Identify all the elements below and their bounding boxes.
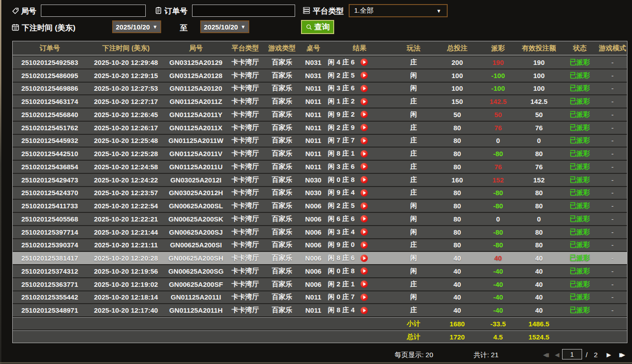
- table-row[interactable]: 2510201254055682025-10-20 12:22:21GN0062…: [13, 213, 627, 225]
- play-icon[interactable]: [360, 228, 368, 236]
- result-text: 闲 0 庄 7: [328, 293, 358, 301]
- cell-platform-type: 卡卡湾厅: [227, 149, 264, 158]
- cell-order-number: 251020125469886: [13, 84, 87, 92]
- table-row[interactable]: 2510201254860952025-10-20 12:29:15GN0312…: [13, 69, 627, 82]
- cell-game-type: 百家乐: [264, 110, 300, 119]
- table-row[interactable]: 2510201254568402025-10-20 12:26:45GN0112…: [13, 108, 627, 121]
- cell-table-number: N030: [300, 176, 326, 184]
- cell-order-number: 251020125492583: [13, 59, 87, 66]
- date-to-select[interactable]: 2025/10/20 ▼: [200, 20, 249, 33]
- cell-status: 已派彩: [562, 149, 598, 158]
- server-icon: [302, 6, 311, 15]
- table-row[interactable]: 2510201254459322025-10-20 12:25:48GN0112…: [13, 135, 627, 147]
- play-icon[interactable]: [360, 215, 368, 222]
- cell-game-mode: -: [598, 111, 627, 118]
- play-icon[interactable]: [360, 255, 368, 262]
- grand-total-total-bet: 1720: [434, 333, 480, 341]
- left-edge-decoration: [0, 0, 1, 364]
- cell-total-bet: 40: [434, 280, 480, 288]
- table-row[interactable]: 2510201254117332025-10-20 12:22:54GN0062…: [13, 200, 627, 212]
- play-icon[interactable]: [360, 294, 368, 301]
- result-text: 闲 9 庄 4: [328, 188, 358, 197]
- order-number-input[interactable]: [192, 5, 295, 17]
- cell-game-type: 百家乐: [264, 254, 300, 262]
- cell-table-number: N006: [300, 280, 326, 288]
- cell-platform-type: 卡卡湾厅: [227, 84, 264, 93]
- column-header-2: 局号: [165, 44, 227, 53]
- table-row[interactable]: 2510201254698862025-10-20 12:27:53GN0112…: [13, 83, 627, 95]
- table-row[interactable]: 2510201253743122025-10-20 12:19:56GN0062…: [13, 265, 627, 277]
- table-row[interactable]: 2510201254925832025-10-20 12:29:48GN0312…: [13, 56, 627, 69]
- play-icon[interactable]: [360, 163, 368, 170]
- platform-type-select[interactable]: 1.全部 ▼: [349, 4, 448, 17]
- query-button[interactable]: 查询: [301, 20, 334, 34]
- play-icon[interactable]: [360, 241, 368, 249]
- play-icon[interactable]: [360, 267, 368, 275]
- round-number-input[interactable]: [41, 5, 146, 17]
- play-icon[interactable]: [360, 202, 368, 210]
- cell-play-type: 庄: [393, 123, 434, 132]
- play-icon[interactable]: [360, 72, 368, 79]
- last-page-icon[interactable]: ▶▶: [619, 351, 625, 359]
- play-icon[interactable]: [360, 176, 368, 183]
- result-text: 闲 8 庄 4: [328, 306, 358, 315]
- cell-status: 已派彩: [562, 71, 598, 80]
- play-icon[interactable]: [360, 98, 368, 105]
- play-icon[interactable]: [360, 189, 368, 197]
- result-text: 闲 2 庄 5: [328, 202, 358, 210]
- page-number-input[interactable]: [562, 349, 582, 359]
- cell-payout: 0: [480, 137, 516, 144]
- play-icon[interactable]: [360, 111, 368, 118]
- cell-platform-type: 卡卡湾厅: [227, 97, 264, 106]
- cell-platform-type: 卡卡湾厅: [227, 110, 264, 119]
- cell-valid-bet: 80: [516, 150, 562, 157]
- first-page-icon[interactable]: ◀◀: [543, 351, 549, 359]
- cell-platform-type: 卡卡湾厅: [227, 306, 264, 315]
- table-row[interactable]: 2510201254631742025-10-20 12:27:17GN0112…: [13, 95, 627, 108]
- table-row[interactable]: 2510201253814172025-10-20 12:20:28GN0062…: [13, 252, 627, 264]
- table-row[interactable]: 2510201253903742025-10-20 12:21:11GN0062…: [13, 239, 627, 251]
- cell-play-type: 庄: [393, 188, 434, 197]
- table-row[interactable]: 2510201254243702025-10-20 12:23:57GN0302…: [13, 187, 627, 199]
- play-icon[interactable]: [360, 280, 368, 288]
- cell-bet-time: 2025-10-20 12:29:48: [87, 59, 165, 66]
- table-row[interactable]: 2510201253489712025-10-20 12:17:40GN0112…: [13, 304, 627, 316]
- table-row[interactable]: 2510201253554422025-10-20 12:18:14GN0112…: [13, 291, 627, 304]
- cell-bet-time: 2025-10-20 12:25:28: [87, 150, 165, 157]
- result-text: 闲 3 庄 6: [328, 84, 358, 93]
- play-icon[interactable]: [360, 150, 368, 157]
- cell-bet-time: 2025-10-20 12:17:40: [87, 306, 165, 314]
- play-icon[interactable]: [360, 307, 368, 314]
- cell-total-bet: 80: [434, 163, 480, 171]
- cell-round-number: GN01125A2011X: [165, 124, 227, 132]
- cell-total-bet: 150: [434, 98, 480, 105]
- table-row[interactable]: 2510201254294732025-10-20 12:24:22GN0302…: [13, 174, 627, 186]
- table-row[interactable]: 2510201253977142025-10-20 12:21:44GN0062…: [13, 226, 627, 238]
- prev-page-icon[interactable]: ◀: [555, 351, 559, 359]
- next-page-icon[interactable]: ▶: [607, 351, 611, 359]
- cell-status: 已派彩: [562, 202, 598, 210]
- cell-play-type: 庄: [393, 280, 434, 289]
- cell-payout: 142.5: [480, 98, 516, 105]
- play-icon[interactable]: [360, 124, 368, 131]
- cell-play-type: 闲: [393, 84, 434, 93]
- play-icon[interactable]: [360, 137, 368, 144]
- cell-table-number: N031: [300, 72, 326, 79]
- table-row[interactable]: 2510201253637712025-10-20 12:19:02GN0062…: [13, 278, 627, 290]
- play-icon[interactable]: [360, 59, 368, 66]
- cell-result: 闲 4 庄 6: [326, 58, 393, 67]
- cell-round-number: GN03125A20128: [165, 72, 227, 79]
- cell-status: 已派彩: [562, 176, 598, 184]
- cell-status: 已派彩: [562, 58, 598, 67]
- cell-game-mode: -: [598, 215, 627, 223]
- table-row[interactable]: 2510201254517622025-10-20 12:26:17GN0112…: [13, 122, 627, 134]
- table-row[interactable]: 2510201254425102025-10-20 12:25:28GN0112…: [13, 148, 627, 160]
- cell-status: 已派彩: [562, 123, 598, 132]
- grand-total-row: 总计 1720 4.5 1524.5: [13, 330, 627, 343]
- table-row[interactable]: 2510201254368542025-10-20 12:24:58GN0112…: [13, 161, 627, 173]
- cell-platform-type: 卡卡湾厅: [227, 280, 264, 289]
- chevron-down-icon: ▼: [436, 8, 441, 14]
- date-from-select[interactable]: 2025/10/20 ▼: [112, 20, 161, 33]
- column-header-12: 游戏模式: [598, 44, 627, 53]
- play-icon[interactable]: [360, 85, 368, 92]
